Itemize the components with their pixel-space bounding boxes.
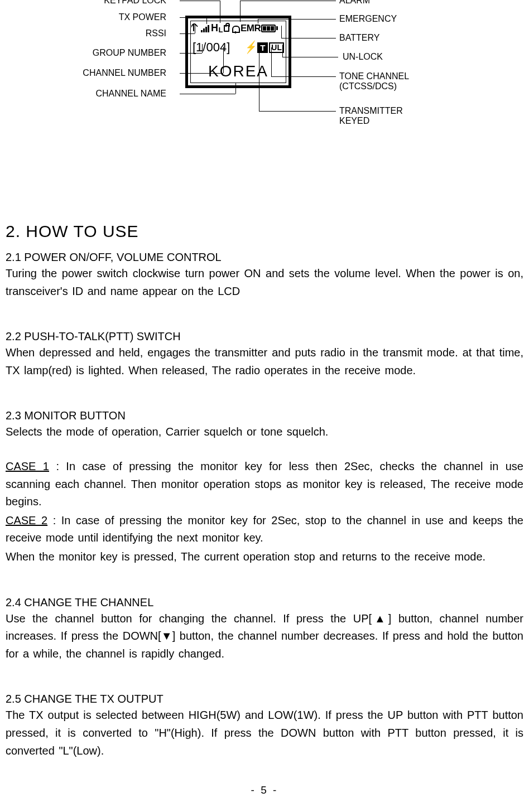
heading-2-3: 2.3 MONITOR BUTTON <box>6 409 523 422</box>
label-tx-keyed-2: KEYED <box>339 116 369 126</box>
para-2-3a: Selects the mode of operation, Carrier s… <box>6 423 523 441</box>
lcd-emr: EMR <box>241 23 261 34</box>
lcd-row-status: [1/004] ⚡ T UL <box>193 40 284 55</box>
para-case2: CASE 2 : In case of pressing the monitor… <box>6 512 523 547</box>
case1-label: CASE 1 <box>6 460 49 472</box>
label-channel-number: CHANNEL NUMBER <box>83 68 166 78</box>
lcd-diagram: H L EMR [1/004] ⚡ T UL KOREA <box>6 0 523 142</box>
lock-icon <box>224 25 229 32</box>
bell-icon <box>232 25 239 32</box>
case2-label: CASE 2 <box>6 514 47 526</box>
para-2-2: When depressed and held, engages the tra… <box>6 344 523 379</box>
heading-2-4: 2.4 CHANGE THE CHANNEL <box>6 596 523 609</box>
battery-icon <box>261 25 278 32</box>
label-group-number: GROUP NUMBER <box>93 48 166 58</box>
label-tone-channel-1: TONE CHANNEL <box>339 71 409 81</box>
document-body: 2. HOW TO USE 2.1 POWER ON/OFF, VOLUME C… <box>6 222 523 761</box>
antenna-icon <box>193 24 201 32</box>
para-case1-text: : In case of pressing the monitor key fo… <box>6 460 523 508</box>
label-rssi: RSSI <box>146 28 166 38</box>
label-tone-channel-2: (CTCSS/DCS) <box>339 81 397 91</box>
para-2-3b: When the monitor key is pressed, The cur… <box>6 548 523 566</box>
para-2-1: Turing the power switch clockwise turn p… <box>6 265 523 300</box>
label-emergency: EMERGENCY <box>339 14 397 24</box>
label-alarm: ALARM <box>339 0 370 6</box>
label-battery: BATTERY <box>339 33 379 43</box>
heading-how-to-use: 2. HOW TO USE <box>6 222 523 241</box>
para-2-4: Use the channel button for changing the … <box>6 610 523 663</box>
label-tx-power: TX POWER <box>119 12 166 22</box>
para-2-5: The TX output is selected between HIGH(5… <box>6 707 523 760</box>
lcd-l: L <box>219 26 223 34</box>
para-case1: CASE 1 : In case of pressing the monitor… <box>6 458 523 511</box>
page-number: - 5 - <box>0 784 529 796</box>
heading-2-5: 2.5 CHANGE THE TX OUTPUT <box>6 693 523 705</box>
label-tx-keyed-1: TRANSMITTER <box>339 106 403 116</box>
label-unlock: UN-LOCK <box>343 52 383 62</box>
lcd-row-icons: H L EMR <box>193 22 278 34</box>
heading-2-2: 2.2 PUSH-TO-TALK(PTT) SWITCH <box>6 330 523 343</box>
lcd-screen: H L EMR [1/004] ⚡ T UL KOREA <box>185 16 291 88</box>
heading-2-1: 2.1 POWER ON/OFF, VOLUME CONTROL <box>6 251 523 264</box>
para-case2-text: : In case of pressing the monitor key fo… <box>6 514 523 544</box>
lcd-h: H <box>211 22 218 34</box>
tx-keyed-icon: ⚡ <box>245 41 256 54</box>
label-channel-name: CHANNEL NAME <box>95 89 166 99</box>
signal-bars-icon <box>201 25 209 32</box>
label-keypad-lock: KEYPAD LOCK <box>104 0 166 6</box>
